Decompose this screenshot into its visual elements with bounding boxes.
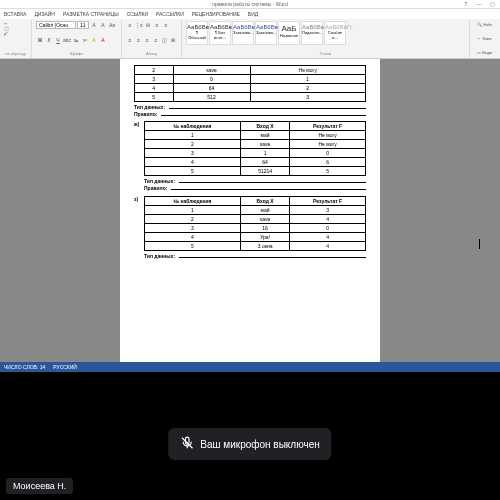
tab-insert[interactable]: ВСТАВКА [0,9,30,19]
table-row: 310 [145,149,366,158]
tab-references[interactable]: ССЫЛКИ [123,9,152,19]
mic-off-icon [180,436,194,452]
language[interactable]: РУССКИЙ [53,364,77,370]
font-group-label: Шрифт [36,51,117,56]
font-name[interactable]: Calibri (Осно [36,21,76,29]
align-left-icon[interactable]: ≡ [126,36,134,44]
font-size[interactable]: 11 [77,21,89,29]
style-h2: АаБбВвГЗаголово... [255,21,277,45]
style-subtle: АаБбВвГгСлабое в... [324,21,346,45]
text-cursor [479,239,480,249]
participant-name: Моисеева Н. [6,478,73,494]
styles-group-label: Стили [186,51,465,56]
tab-review[interactable]: РЕЦЕНЗИРОВАНИЕ [188,9,244,19]
multilevel-icon[interactable]: ⊟ [144,21,152,29]
tab-layout[interactable]: РАЗМЕТКА СТРАНИЦЫ [59,9,123,19]
table-row: 2saveНе могу [135,66,366,75]
grow-font-icon[interactable]: A [90,21,98,29]
style-title: АаБНазвание [278,21,300,45]
shrink-font-icon[interactable]: A [99,21,107,29]
numbering-icon[interactable]: ⋮≡ [135,21,143,29]
help-button[interactable]: ? [460,0,472,8]
bullets-icon[interactable]: ≡ [126,21,134,29]
minimize-button[interactable]: — [473,0,485,8]
styles-gallery[interactable]: АаБбВвГг¶ Обычный АаБбВвГг¶ Без инте... … [186,21,465,45]
title-bar: правила работы системы - Word ? — ▢ [0,0,500,9]
para-group-label: Абзац [126,51,177,56]
doc-title: правила работы системы - Word [212,1,287,7]
table-top: 2saveНе могу301464255123 [134,65,366,102]
italic-icon[interactable]: К [45,36,53,44]
word-count[interactable]: ЧИСЛО СЛОВ: 14 [4,364,45,370]
justify-icon[interactable]: ≡ [152,36,160,44]
style-normal: АаБбВвГг¶ Обычный [186,21,208,45]
subscript-icon[interactable]: x₂ [72,36,80,44]
section-z-letter: з) [134,196,144,260]
select-button[interactable]: ▭ Выде [474,49,496,56]
style-nospace: АаБбВвГг¶ Без инте... [209,21,231,45]
table-row: 55123 [135,93,366,102]
document-area[interactable]: 2saveНе могу301464255123 Тип данных: Пра… [0,59,500,362]
page[interactable]: 2saveНе могу301464255123 Тип данных: Пра… [120,59,380,362]
section-g-letter: ж) [134,121,144,192]
table-row: 3160 [145,224,366,233]
borders-icon[interactable]: ⊞ [169,36,177,44]
style-subtitle: АаБбВвГгПодзагол... [301,21,323,45]
table-row: 2saveНе могу [145,140,366,149]
replace-button[interactable]: ↔ Заме [474,35,496,42]
mic-muted-toast: Ваш микрофон выключен [168,428,331,460]
word-window: правила работы системы - Word ? — ▢ ВСТА… [0,0,500,372]
align-right-icon[interactable]: ≡ [143,36,151,44]
text-fill-icon[interactable]: A [90,36,98,44]
tab-design[interactable]: ДИЗАЙН [30,9,59,19]
table-row: 53 окна4 [145,242,366,251]
table-row: 2save4 [145,215,366,224]
maximize-button[interactable]: ▢ [486,0,498,8]
table-row: 301 [135,75,366,84]
font-color-icon[interactable]: A [99,36,107,44]
table-g: № наблюденияВход XРезультат F 1майНе мог… [144,121,366,176]
table-z: № наблюденияВход XРезультат F 1май32save… [144,196,366,251]
bold-icon[interactable]: Ж [36,36,44,44]
strike-icon[interactable]: abc [63,36,71,44]
table-row: 1май3 [145,206,366,215]
underline-icon[interactable]: Ч [54,36,62,44]
align-center-icon[interactable]: ≡ [135,36,143,44]
status-bar: ЧИСЛО СЛОВ: 14 РУССКИЙ [0,362,500,372]
indent-inc-icon[interactable]: ≡ [162,21,170,29]
tab-mailings[interactable]: РАССЫЛКИ [152,9,188,19]
style-h1: АаБбВвЗаголово... [232,21,254,45]
tab-view[interactable]: ВИД [244,9,262,19]
find-button[interactable]: 🔍 Найт [474,21,496,28]
change-case-icon[interactable]: Aa [108,21,116,29]
superscript-icon[interactable]: x² [81,36,89,44]
table-row: 4646 [145,158,366,167]
ribbon-tabs: ВСТАВКА ДИЗАЙН РАЗМЕТКА СТРАНИЦЫ ССЫЛКИ … [0,9,500,19]
table-row: 5512145 [145,167,366,176]
table-row: 4642 [135,84,366,93]
ribbon: ✂📋🖌 по образцу Calibri (Осно 11 A A Aa Ж… [0,19,500,59]
table-row: 4Ура!4 [145,233,366,242]
indent-dec-icon[interactable]: ≡ [153,21,161,29]
shading-icon[interactable]: ◫ [161,36,169,44]
format-painter-icon[interactable]: ✂📋🖌 [4,21,27,36]
table-row: 1майНе могу [145,131,366,140]
clipboard-label: по образцу [4,51,27,56]
toast-text: Ваш микрофон выключен [200,439,319,450]
